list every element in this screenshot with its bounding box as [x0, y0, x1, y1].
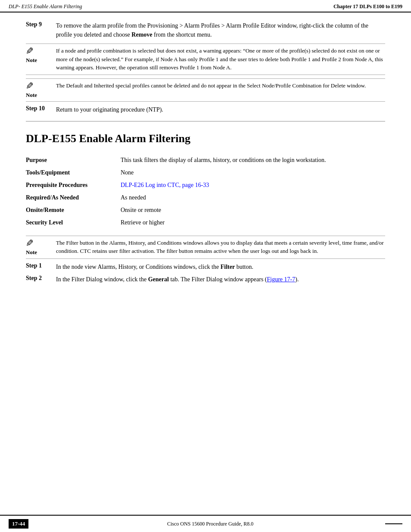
info-table: Purpose This task filters the display of…	[26, 154, 385, 229]
step-9-row: Step 9 To remove the alarm profile from …	[26, 21, 385, 39]
step-9-label: Step 9	[26, 21, 56, 28]
table-row-tools: Tools/Equipment None	[26, 166, 385, 179]
note-block-3: ✎ Note The Filter button in the Alarms, …	[26, 236, 385, 259]
step-1-bold: Filter	[221, 264, 235, 270]
prereq-value: DLP-E26 Log into CTC, page 16-33	[121, 179, 385, 191]
table-row-security: Security Level Retrieve or higher	[26, 216, 385, 229]
pencil-icon-2: ✎	[26, 81, 34, 91]
onsite-label: Onsite/Remote	[26, 204, 121, 216]
footer-line	[385, 523, 402, 524]
note-block-1: ✎ Note If a node and profile combination…	[26, 44, 385, 75]
table-row-required: Required/As Needed As needed	[26, 191, 385, 204]
step-1-before: In the node view Alarms, History, or Con…	[56, 264, 221, 270]
purpose-label: Purpose	[26, 154, 121, 166]
note-label-2: Note	[26, 92, 37, 99]
security-label: Security Level	[26, 216, 121, 229]
step-9-text: To remove the alarm profile from the Pro…	[56, 21, 385, 39]
note-icon-area-3: ✎ Note	[26, 239, 56, 256]
prereq-link[interactable]: DLP-E26 Log into CTC, page 16-33	[121, 182, 209, 188]
note-icon-area-1: ✎ Note	[26, 47, 56, 64]
onsite-value: Onsite or remote	[121, 204, 385, 216]
step-1-row: Step 1 In the node view Alarms, History,…	[26, 262, 385, 271]
pencil-icon-1: ✎	[26, 47, 34, 56]
required-label: Required/As Needed	[26, 191, 121, 204]
step-10-text: Return to your originating procedure (NT…	[56, 105, 385, 114]
note-label-1: Note	[26, 57, 37, 64]
footer-guide-text: Cisco ONS 15600 Procedure Guide, R8.0	[35, 521, 385, 527]
page-header: DLP- E155 Enable Alarm Filtering Chapter…	[0, 0, 411, 12]
page-footer: 17-44 Cisco ONS 15600 Procedure Guide, R…	[0, 515, 411, 532]
header-left: DLP- E155 Enable Alarm Filtering	[9, 3, 82, 10]
note-text-2: The Default and Inherited special profil…	[56, 81, 385, 90]
header-right: Chapter 17 DLPs E100 to E199	[333, 3, 402, 10]
security-value: Retrieve or higher	[121, 216, 385, 229]
step-10-row: Step 10 Return to your originating proce…	[26, 105, 385, 114]
step-2-bold: General	[148, 276, 169, 283]
step-2-label: Step 2	[26, 275, 56, 282]
step-2-link[interactable]: Figure 17-7	[267, 276, 296, 283]
section-heading: DLP-E155 Enable Alarm Filtering	[26, 132, 385, 145]
table-row-onsite: Onsite/Remote Onsite or remote	[26, 204, 385, 216]
page-number: 17-44	[9, 519, 28, 529]
step-9-after: from the shortcut menu.	[153, 31, 212, 38]
step-10-label: Step 10	[26, 105, 56, 112]
step-9-before: To remove the alarm profile from the Pro…	[56, 22, 368, 38]
tools-value: None	[121, 166, 385, 179]
step-2-after: tab. The Filter Dialog window appears (	[169, 276, 267, 283]
section-divider	[26, 121, 385, 121]
prereq-label: Prerequisite Procedures	[26, 179, 121, 191]
step-9-bold: Remove	[131, 31, 152, 38]
tools-label: Tools/Equipment	[26, 166, 121, 179]
note-label-3: Note	[26, 249, 37, 256]
note-icon-area-2: ✎ Note	[26, 81, 56, 99]
pencil-icon-3: ✎	[26, 239, 34, 248]
purpose-value: This task filters the display of alarms,…	[121, 154, 385, 166]
required-value: As needed	[121, 191, 385, 204]
step-2-row: Step 2 In the Filter Dialog window, clic…	[26, 275, 385, 284]
step-2-end: ).	[295, 276, 299, 283]
step-2-text: In the Filter Dialog window, click the G…	[56, 275, 385, 284]
note-text-1: If a node and profile combination is sel…	[56, 47, 385, 72]
note-block-2: ✎ Note The Default and Inherited special…	[26, 78, 385, 102]
step-1-label: Step 1	[26, 262, 56, 269]
step-1-text: In the node view Alarms, History, or Con…	[56, 262, 385, 271]
step-1-after: button.	[235, 264, 253, 270]
table-row-purpose: Purpose This task filters the display of…	[26, 154, 385, 166]
main-content: Step 9 To remove the alarm profile from …	[0, 12, 411, 296]
table-row-prereq: Prerequisite Procedures DLP-E26 Log into…	[26, 179, 385, 191]
step-2-before: In the Filter Dialog window, click the	[56, 276, 148, 283]
note-text-3: The Filter button in the Alarms, History…	[56, 239, 385, 255]
